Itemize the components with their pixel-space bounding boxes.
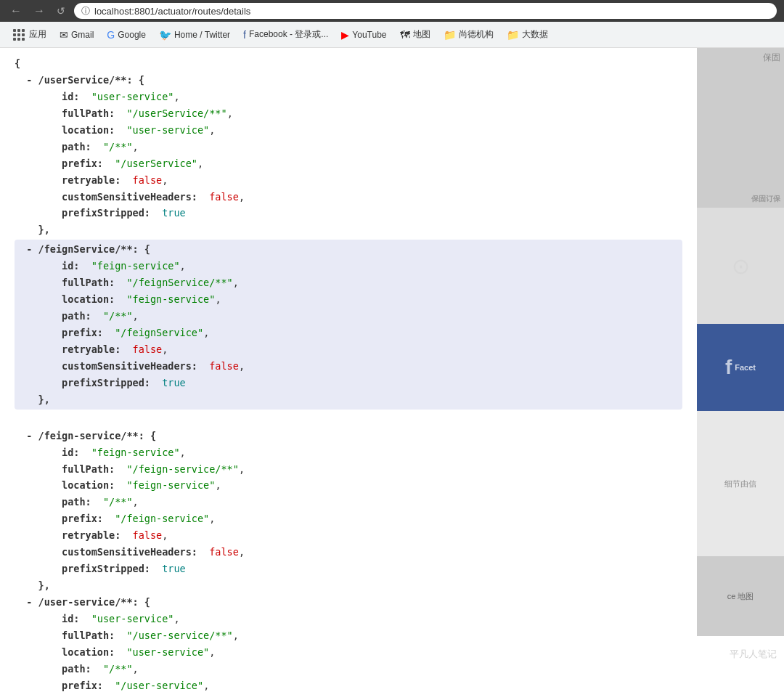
- bookmark-youtube[interactable]: ▶ YouTube: [335, 26, 392, 44]
- right-sidebar: 保固 保固订保 ⊙ f Facet 细节由信 ce 地图 平凡人笔记: [697, 48, 784, 692]
- bookmark-maps[interactable]: 🗺 地图: [394, 25, 436, 44]
- shangde-label: 尚德机构: [459, 28, 494, 41]
- watermark-text: 平凡人笔记: [730, 648, 777, 661]
- maps-label: 地图: [413, 28, 430, 41]
- facebook-label: Facebook - 登录或...: [249, 28, 328, 41]
- google-label: Google: [118, 30, 146, 40]
- reload-button[interactable]: ↺: [54, 4, 68, 18]
- bookmark-apps[interactable]: 应用: [6, 25, 52, 45]
- url-text: localhost:8801/actuator/routes/details: [94, 6, 250, 17]
- back-button[interactable]: ←: [7, 3, 25, 19]
- maps-icon: 🗺: [400, 29, 410, 41]
- bookmark-google[interactable]: G Google: [101, 26, 152, 44]
- json-content: { - /userService/**: { id: "user-service…: [15, 55, 682, 692]
- gmail-label: Gmail: [71, 30, 94, 40]
- facebook-sidebar-label: f: [725, 356, 732, 379]
- youtube-label: YouTube: [352, 30, 386, 40]
- content-area: { - /userService/**: { id: "user-service…: [0, 48, 784, 692]
- bookmark-twitter[interactable]: 🐦 Home / Twitter: [153, 26, 236, 44]
- bookmark-bigdata[interactable]: 📁 大数据: [501, 25, 554, 44]
- lock-icon: ⓘ: [81, 5, 90, 17]
- bookmark-facebook[interactable]: f Facebook - 登录或...: [237, 25, 334, 44]
- bookmarks-bar: 应用 ✉ Gmail G Google 🐦 Home / Twitter f F…: [0, 22, 784, 48]
- address-bar[interactable]: ⓘ localhost:8801/actuator/routes/details: [74, 3, 777, 19]
- apps-label: 应用: [29, 28, 46, 41]
- sidebar-ad-facebook: f Facet: [697, 324, 784, 411]
- browser-titlebar: ← → ↺ ⓘ localhost:8801/actuator/routes/d…: [0, 0, 784, 22]
- bookmark-gmail[interactable]: ✉ Gmail: [54, 26, 99, 44]
- folder-icon-1: 📁: [444, 29, 456, 41]
- bigdata-label: 大数据: [522, 28, 548, 41]
- twitter-label: Home / Twitter: [174, 30, 230, 40]
- sidebar-ad-mid: ⊙: [697, 208, 784, 324]
- apps-grid-icon: [12, 28, 26, 42]
- folder-icon-2: 📁: [507, 29, 519, 41]
- decorative-icon: ⊙: [732, 253, 750, 279]
- facebook-icon: f: [243, 29, 246, 41]
- bookmark-shangde[interactable]: 📁 尚德机构: [438, 25, 499, 44]
- google-icon: G: [107, 29, 115, 41]
- sidebar-ad-top: 保固 保固订保: [697, 48, 784, 208]
- sidebar-ad-lower: 细节由信: [697, 411, 784, 556]
- twitter-icon: 🐦: [159, 29, 171, 41]
- sidebar-ad-maps: ce 地图: [697, 556, 784, 636]
- json-panel: { - /userService/**: { id: "user-service…: [0, 48, 697, 692]
- gmail-icon: ✉: [60, 29, 68, 41]
- forward-button[interactable]: →: [30, 3, 48, 19]
- youtube-icon: ▶: [341, 29, 349, 41]
